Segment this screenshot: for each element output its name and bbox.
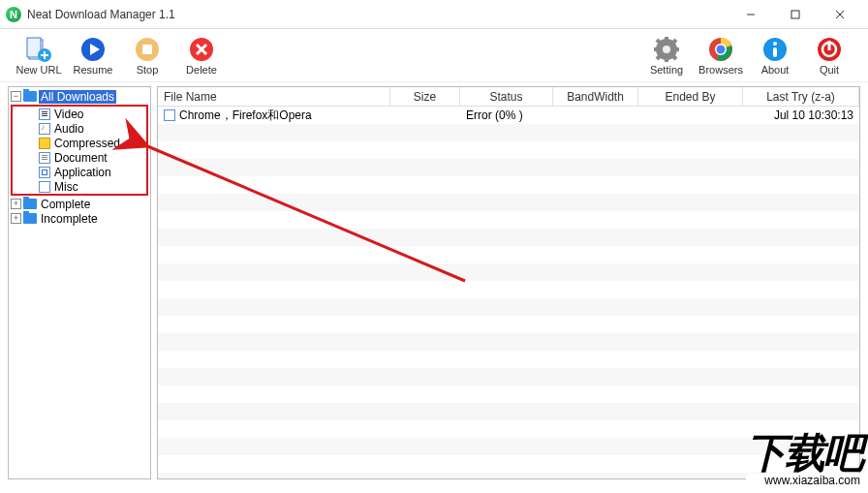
tree-misc[interactable]: Misc (26, 179, 146, 194)
new-url-label: New URL (16, 64, 61, 76)
table-body[interactable]: Chrome，Firefox和Opera Error (0% ) Jul 10 … (158, 107, 859, 478)
quit-label: Quit (820, 64, 839, 76)
svg-rect-29 (773, 47, 777, 57)
svg-point-28 (773, 42, 777, 46)
browsers-button[interactable]: Browsers (694, 36, 748, 76)
svg-point-23 (663, 46, 670, 53)
toolbar: New URL Resume Stop Delete Setting Brows… (0, 29, 868, 82)
chrome-icon (707, 36, 734, 63)
audio-icon (39, 123, 50, 135)
gear-icon (653, 36, 680, 63)
annotation-highlight: Video Audio Compressed Document Applicat… (11, 105, 148, 196)
expand-icon[interactable]: + (11, 199, 21, 209)
tree-audio[interactable]: Audio (26, 121, 146, 136)
cell-file-name: Chrome，Firefox和Opera (179, 108, 312, 124)
tree-all-downloads[interactable]: − All Downloads (11, 89, 148, 104)
about-label: About (761, 64, 790, 76)
new-url-icon (25, 36, 52, 63)
folder-icon (23, 91, 37, 102)
col-status[interactable]: Status (460, 87, 553, 106)
file-icon (164, 109, 175, 121)
tree-compressed[interactable]: Compressed (26, 136, 146, 150)
info-icon (761, 36, 789, 63)
video-icon (39, 108, 50, 120)
folder-icon (23, 213, 37, 224)
table-header: File Name Size Status BandWidth Ended By… (158, 87, 859, 107)
power-icon (816, 36, 843, 63)
stop-button[interactable]: Stop (120, 36, 174, 76)
cell-last-try: Jul 10 10:30:13 (743, 108, 859, 122)
delete-icon (188, 36, 215, 63)
setting-button[interactable]: Setting (639, 36, 694, 76)
play-icon (79, 36, 107, 63)
svg-rect-12 (142, 45, 152, 54)
stop-icon (134, 36, 161, 63)
compressed-icon (39, 138, 50, 149)
col-bandwidth[interactable]: BandWidth (553, 87, 638, 106)
collapse-icon[interactable]: − (11, 91, 21, 102)
delete-button[interactable]: Delete (174, 36, 229, 76)
delete-label: Delete (186, 64, 217, 76)
minimize-button[interactable] (728, 1, 773, 28)
app-icon: N (6, 7, 21, 22)
watermark-url: www.xiazaiba.com (746, 474, 862, 487)
folder-icon (23, 199, 37, 209)
col-size[interactable]: Size (390, 87, 460, 106)
title-bar: N Neat Download Manager 1.1 (0, 0, 868, 29)
cell-status: Error (0% ) (460, 108, 553, 122)
category-tree[interactable]: − All Downloads Video Audio Compressed D… (8, 86, 151, 479)
tree-document[interactable]: Document (26, 150, 146, 165)
download-list: File Name Size Status BandWidth Ended By… (157, 86, 860, 479)
resume-label: Resume (74, 64, 113, 76)
about-button[interactable]: About (748, 36, 802, 76)
window-title: Neat Download Manager 1.1 (27, 8, 728, 21)
watermark: 下载吧 www.xiazaiba.com (746, 433, 862, 487)
stop-label: Stop (137, 64, 159, 76)
setting-label: Setting (650, 64, 683, 76)
col-last-try[interactable]: Last Try (z-a) (743, 87, 859, 106)
tree-application[interactable]: Application (26, 165, 146, 179)
quit-button[interactable]: Quit (802, 36, 856, 76)
svg-rect-1 (791, 11, 799, 18)
misc-icon (39, 181, 50, 193)
watermark-text: 下载吧 (746, 433, 862, 474)
close-button[interactable] (818, 1, 862, 28)
browsers-label: Browsers (698, 64, 743, 76)
application-icon (39, 167, 50, 178)
tree-label: All Downloads (39, 90, 116, 104)
expand-icon[interactable]: + (11, 213, 21, 224)
maximize-button[interactable] (773, 1, 818, 28)
table-row[interactable]: Chrome，Firefox和Opera Error (0% ) Jul 10 … (158, 107, 859, 124)
col-file-name[interactable]: File Name (158, 87, 390, 106)
svg-rect-32 (828, 41, 831, 50)
tree-incomplete[interactable]: +Incomplete (11, 211, 148, 226)
document-icon (39, 152, 50, 164)
new-url-button[interactable]: New URL (12, 36, 66, 76)
col-ended-by[interactable]: Ended By (638, 87, 743, 106)
svg-point-26 (717, 45, 726, 53)
tree-complete[interactable]: +Complete (11, 197, 148, 211)
resume-button[interactable]: Resume (66, 36, 120, 76)
tree-video[interactable]: Video (26, 107, 146, 121)
